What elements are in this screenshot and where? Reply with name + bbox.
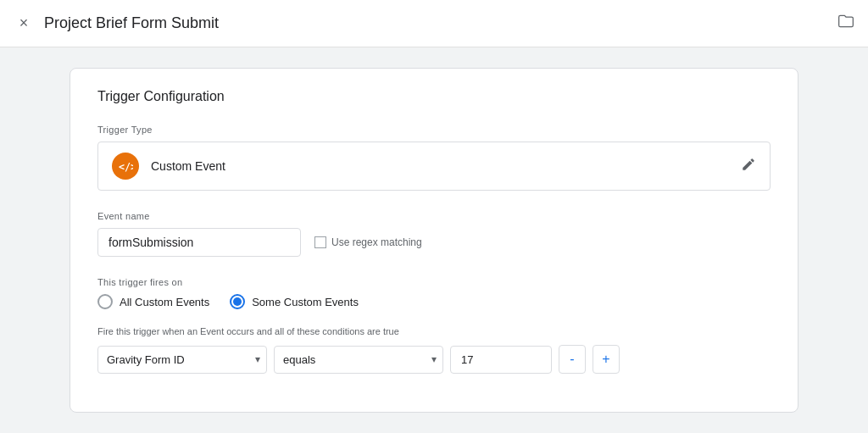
- svg-text:</>: </>: [119, 161, 133, 173]
- regex-checkbox-label[interactable]: Use regex matching: [314, 236, 422, 248]
- operator-select[interactable]: equals contains starts with ends with: [274, 346, 443, 374]
- operator-select-wrapper: equals contains starts with ends with: [274, 346, 443, 374]
- field-select[interactable]: Gravity Form ID: [97, 346, 267, 374]
- trigger-type-box[interactable]: </> Custom Event: [97, 142, 771, 191]
- fires-on-label: This trigger fires on: [97, 277, 771, 287]
- main-content: Trigger Configuration Trigger Type </> C…: [0, 47, 868, 433]
- conditions-section: Fire this trigger when an Event occurs a…: [97, 326, 771, 374]
- trigger-type-name: Custom Event: [151, 159, 225, 173]
- event-name-label: Event name: [97, 211, 771, 221]
- config-card: Trigger Configuration Trigger Type </> C…: [70, 68, 798, 413]
- header: × Project Brief Form Submit: [0, 0, 868, 47]
- radio-some[interactable]: [230, 294, 245, 309]
- page-title: Project Brief Form Submit: [44, 14, 827, 32]
- event-name-row: Use regex matching: [97, 228, 771, 257]
- remove-condition-button[interactable]: -: [559, 345, 586, 374]
- radio-all-text: All Custom Events: [120, 296, 209, 308]
- conditions-row: Gravity Form ID equals contains starts w…: [97, 345, 771, 374]
- regex-checkbox[interactable]: [314, 236, 326, 248]
- close-button[interactable]: ×: [14, 14, 34, 34]
- condition-value-input[interactable]: [450, 346, 552, 374]
- trigger-type-left: </> Custom Event: [112, 153, 225, 180]
- custom-event-icon: </>: [112, 153, 139, 180]
- field-select-wrapper: Gravity Form ID: [97, 346, 267, 374]
- fires-on-section: This trigger fires on All Custom Events …: [97, 277, 771, 309]
- regex-label-text: Use regex matching: [331, 236, 422, 248]
- radio-all-label[interactable]: All Custom Events: [97, 294, 209, 309]
- radio-some-text: Some Custom Events: [252, 296, 359, 308]
- edit-icon[interactable]: [741, 157, 756, 175]
- folder-icon[interactable]: [837, 13, 854, 34]
- radio-group: All Custom Events Some Custom Events: [97, 294, 771, 309]
- config-title: Trigger Configuration: [97, 89, 771, 104]
- event-name-input[interactable]: [97, 228, 301, 257]
- add-condition-button[interactable]: +: [593, 345, 620, 374]
- conditions-label: Fire this trigger when an Event occurs a…: [97, 326, 771, 336]
- trigger-type-label: Trigger Type: [97, 125, 771, 135]
- radio-some-label[interactable]: Some Custom Events: [230, 294, 359, 309]
- event-name-section: Event name Use regex matching: [97, 211, 771, 257]
- radio-all[interactable]: [97, 294, 113, 309]
